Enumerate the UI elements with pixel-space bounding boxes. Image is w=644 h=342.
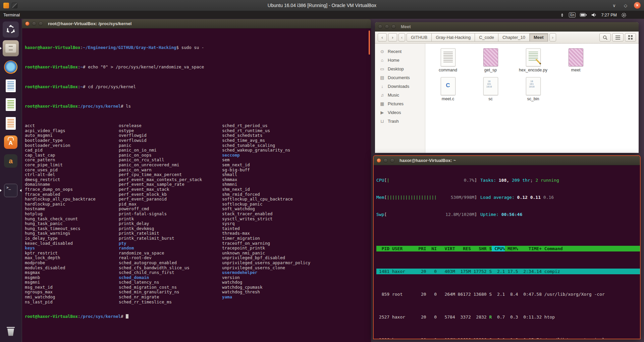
launcher-item-files[interactable]	[3, 40, 19, 56]
ls-entry: panic_on_warn	[119, 168, 222, 173]
sidebar-item[interactable]: ⌂Home	[375, 56, 425, 64]
system-tray: En 7:27 PM	[560, 12, 627, 18]
ls-entry: sched_domain	[119, 275, 222, 280]
sidebar-item[interactable]: ▦Pictures	[375, 99, 425, 108]
ls-entry: max_lock_depth	[25, 255, 119, 261]
htop-output[interactable]: CPU[|0.7%] Tasks: 108, 209 thr; 2 runnin…	[374, 165, 640, 339]
breadcrumb-item[interactable]: Chapter_10	[498, 33, 530, 42]
terminal-line: root@haxor-VirtualBox:~# cd /proc/sys/ke…	[25, 84, 371, 90]
ls-entry: sched_rr_timeslice_ms	[119, 300, 222, 305]
trash-icon	[7, 327, 15, 328]
terminal-prompt[interactable]: root@haxor-VirtualBox:/proc/sys/kernel#	[25, 314, 371, 319]
list-view-button[interactable]	[612, 33, 624, 42]
writer-icon	[6, 79, 16, 92]
file-item[interactable]: meet	[554, 48, 597, 77]
back-button[interactable]: ‹	[378, 33, 387, 42]
maximize-button[interactable]	[39, 21, 43, 26]
files-titlebar[interactable]: Meet	[375, 22, 639, 32]
process-table-header[interactable]: PIDUSERPRINIVIRTRESSHRSCPU%MEM%TIME+Comm…	[376, 246, 640, 251]
file-item[interactable]: hex_encode.py	[512, 48, 554, 77]
file-item[interactable]: get_sp	[469, 48, 512, 77]
maximize-button[interactable]	[390, 158, 394, 163]
battery-icon[interactable]	[580, 13, 587, 17]
close-button[interactable]	[377, 158, 381, 163]
close-button[interactable]	[378, 24, 382, 29]
minimize-button[interactable]	[385, 24, 389, 29]
file-name: sc_bin	[512, 97, 554, 101]
clock[interactable]: 7:27 PM	[601, 13, 617, 17]
file-item[interactable]: sc	[469, 77, 512, 106]
breadcrumb-item[interactable]: GITHUB	[407, 33, 432, 42]
sidebar-item[interactable]: ▭Desktop	[375, 64, 425, 73]
launcher-item-terminal[interactable]	[3, 182, 19, 198]
launcher-item-firefox[interactable]	[3, 59, 19, 75]
terminal-output[interactable]: haxor@haxor-VirtualBox:~/Engineering/GIT…	[22, 28, 371, 342]
breadcrumb-item[interactable]: Gray-Hat-Hacking	[431, 33, 475, 42]
forward-button[interactable]: ›	[388, 33, 397, 42]
minimize-button[interactable]	[383, 158, 388, 163]
host-restore-button[interactable]: ◇	[623, 3, 629, 8]
file-item[interactable]: meet.c	[427, 77, 469, 106]
path-scroll-right-button[interactable]: ›	[549, 33, 556, 42]
scrollbar-thumb[interactable]	[369, 31, 370, 55]
keyboard-layout-indicator[interactable]: En	[569, 12, 576, 17]
minimize-button[interactable]	[32, 21, 36, 26]
sidebar-item[interactable]: ▶Videos	[375, 108, 425, 117]
htop-titlebar[interactable]: haxor@haxor-VirtualBox: ~	[374, 156, 640, 165]
ls-entry: sched_rt_period_us	[222, 123, 371, 128]
ls-entry: kptr_restrict	[25, 251, 119, 256]
sidebar-item[interactable]: ♫Music	[375, 91, 425, 99]
close-button[interactable]	[25, 21, 30, 26]
launcher-item-dash[interactable]	[3, 21, 19, 38]
search-button[interactable]	[599, 33, 611, 42]
launcher-item-trash[interactable]	[3, 323, 19, 339]
ls-entry	[222, 300, 371, 305]
volume-icon[interactable]	[591, 13, 597, 17]
sidebar-item[interactable]: ▤Documents	[375, 73, 425, 82]
launcher-item-ubuntu-software[interactable]	[3, 134, 19, 150]
ls-entry: unprivileged_bpf_disabled	[222, 255, 371, 261]
sidebar-item[interactable]: ↓Downloads	[375, 82, 425, 91]
breadcrumb-item[interactable]: Meet	[529, 33, 548, 42]
file-icon	[441, 77, 455, 95]
grid-view-button[interactable]	[625, 33, 636, 42]
sidebar-item[interactable]: ⊙Recent	[375, 47, 425, 56]
process-row[interactable]: 1481haxor200403M175M17752S2.117.52:34.14…	[376, 269, 640, 274]
launcher-item-libreoffice-impress[interactable]	[3, 115, 19, 131]
path-scroll-left-button[interactable]: ‹	[398, 33, 405, 42]
virtualbox-logo-icon	[3, 3, 9, 8]
file-item[interactable]: command	[427, 48, 469, 77]
sidebar-item[interactable]: ⊔Trash	[375, 117, 425, 125]
ls-entry: ostype	[119, 128, 222, 133]
file-name: meet	[554, 68, 597, 72]
ls-entry: core_pattern	[25, 158, 119, 163]
host-minimize-button[interactable]: ∨	[611, 3, 617, 8]
file-name: get_sp	[469, 68, 512, 72]
input-switcher-icon[interactable]	[560, 13, 565, 17]
app-menu-label[interactable]: Terminal	[3, 12, 20, 17]
uptime-info: Uptime: 00:56:46	[480, 212, 640, 217]
session-gear-icon[interactable]	[621, 12, 627, 18]
launcher-item-libreoffice-writer[interactable]	[3, 78, 19, 94]
maximize-button[interactable]	[391, 24, 396, 29]
file-item[interactable]: sc_bin	[512, 77, 554, 106]
process-row[interactable]: 1996haxor200116M1969613896S0.01.90:05.74…	[376, 337, 640, 339]
file-icon	[569, 48, 583, 66]
process-row[interactable]: 859root200264M8617213680S2.18.40:47.58/u…	[376, 291, 640, 297]
files-grid: command get_sp hex_encode.py	[425, 44, 639, 153]
ls-entry: perf_event_max_stack	[119, 187, 222, 192]
tasks-info: Tasks: 108, 209 thr; 2 running	[480, 177, 640, 183]
breadcrumb-item[interactable]: C_code	[475, 33, 498, 42]
ls-entry: perf_event_max_sample_rate	[119, 182, 222, 187]
ls-entry: shm_rmid_forced	[222, 192, 371, 197]
process-row[interactable]: 2527haxor200578433722832R0.70.30:11.32ht…	[376, 314, 640, 320]
ls-entry: sched_wakeup_granularity_ns	[222, 148, 371, 153]
ls-entry: panic_on_rcu_stall	[119, 158, 222, 163]
ls-entry: poweroff_cmd	[119, 207, 222, 212]
ls-entry: kexec_load_disabled	[25, 241, 119, 246]
host-close-button[interactable]: ×	[634, 2, 641, 9]
breadcrumb: GITHUB Gray-Hat-Hacking C_code Chapter_1…	[407, 33, 548, 42]
launcher-item-amazon[interactable]	[3, 153, 19, 169]
launcher-item-libreoffice-calc[interactable]	[3, 97, 19, 113]
terminal-titlebar[interactable]: root@haxor-VirtualBox: /proc/sys/kernel	[22, 19, 371, 28]
